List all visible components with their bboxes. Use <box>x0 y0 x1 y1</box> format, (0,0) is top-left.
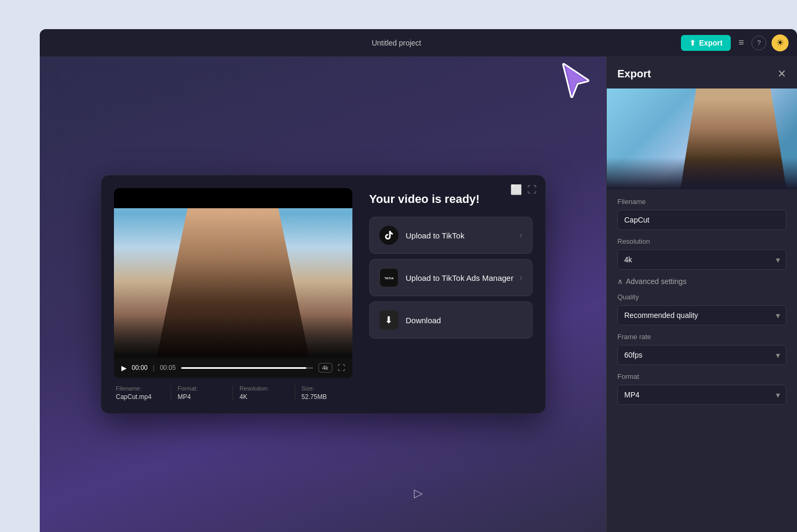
fullscreen-icon-button[interactable]: ⛶ <box>527 184 537 196</box>
upload-tiktok-ads-button[interactable]: TikTok Upload to TikTok Ads Manager › <box>369 259 533 296</box>
resolution-meta-label: Resolution: <box>240 385 288 392</box>
menu-icon-button[interactable]: ≡ <box>736 35 746 50</box>
video-gradient-bottom <box>114 315 352 358</box>
top-bar-actions: ⬆ Export ≡ ? ☀ <box>681 34 789 51</box>
avatar-button[interactable]: ☀ <box>772 34 789 51</box>
app-window: Untitled project ⬆ Export ≡ ? ☀ Export <box>40 29 797 532</box>
size-meta-value: 52.75MB <box>302 393 350 401</box>
panel-body: Filename Resolution 1080p 2k 4k ▾ ∧ Adva… <box>607 189 797 413</box>
advanced-settings-toggle[interactable]: ∧ Advanced settings <box>617 277 686 286</box>
filename-meta-value: CapCut.mp4 <box>116 393 165 401</box>
preview-image <box>607 88 797 189</box>
play-button[interactable]: ▶ <box>121 364 127 372</box>
meta-resolution: Resolution: 4K <box>240 385 295 401</box>
quality-select[interactable]: Recommended quality High quality Medium … <box>617 305 786 325</box>
content-area: Export ✕ Filename Resolution 1080p 2k <box>40 57 797 532</box>
cursor-arrow <box>559 62 596 101</box>
project-title: Untitled project <box>371 39 421 47</box>
help-icon: ? <box>757 39 760 47</box>
video-black-bar-top <box>114 188 352 208</box>
progress-bar[interactable] <box>181 367 313 369</box>
modal-right-actions: Your video is ready! Upload to <box>369 188 533 339</box>
meta-filename: Filename: CapCut.mp4 <box>116 385 172 401</box>
svg-text:TikTok: TikTok <box>384 277 394 280</box>
meta-size: Size: 52.75MB <box>302 385 350 401</box>
frame-rate-label: Frame rate <box>617 333 786 341</box>
resolution-select[interactable]: 1080p 2k 4k <box>617 250 786 270</box>
filename-input[interactable] <box>617 210 786 230</box>
modal-overlay: ⬜ ⛶ <box>40 57 606 532</box>
tiktok-button-left: Upload to TikTok <box>379 226 465 245</box>
format-meta-label: Format: <box>178 385 226 392</box>
total-time: 00:05 <box>160 364 176 371</box>
meta-format: Format: MP4 <box>178 385 233 401</box>
download-button-left: ⬇ Download <box>379 311 441 330</box>
current-time: 00:00 <box>132 364 148 371</box>
tiktok-icon <box>379 226 398 245</box>
bottom-play-area: ▷ <box>414 486 423 500</box>
bottom-play-button[interactable]: ▷ <box>414 486 423 500</box>
download-button[interactable]: ⬇ Download <box>369 302 533 339</box>
fullscreen-button[interactable]: ⛶ <box>338 363 345 372</box>
quality-select-wrapper: Recommended quality High quality Medium … <box>617 305 786 325</box>
download-icon: ⬇ <box>385 314 393 326</box>
export-button[interactable]: ⬆ Export <box>681 35 731 51</box>
expand-icon: ⛶ <box>527 184 537 195</box>
filename-meta-label: Filename: <box>116 385 165 392</box>
top-bar: Untitled project ⬆ Export ≡ ? ☀ <box>40 29 797 57</box>
tiktok-ads-icon: TikTok <box>379 268 398 287</box>
format-label: Format <box>617 373 786 380</box>
panel-header: Export ✕ <box>607 57 797 88</box>
resolution-label: Resolution <box>617 237 786 245</box>
video-controls-bar: ▶ 00:00 | 00:05 4k ⛶ <box>114 358 352 378</box>
time-separator: | <box>153 364 155 371</box>
tiktok-chevron-right-icon: › <box>519 230 522 240</box>
format-select[interactable]: MP4 MOV AVI <box>617 385 786 405</box>
close-icon: ✕ <box>777 68 786 79</box>
help-icon-button[interactable]: ? <box>751 36 766 50</box>
upload-icon: ⬆ <box>689 39 696 47</box>
video-meta: Filename: CapCut.mp4 Format: MP4 Resolut… <box>114 385 352 401</box>
comment-icon-button[interactable]: ⬜ <box>510 184 522 196</box>
download-label: Download <box>406 316 441 325</box>
upload-tiktok-button[interactable]: Upload to TikTok › <box>369 217 533 254</box>
modal-content: ▶ 00:00 | 00:05 4k ⛶ <box>114 188 533 401</box>
comment-icon: ⬜ <box>510 184 522 195</box>
frame-rate-select-wrapper: 24fps 30fps 60fps ▾ <box>617 345 786 365</box>
preview-shoulder <box>607 157 797 189</box>
menu-icon: ≡ <box>738 37 744 48</box>
video-preview <box>114 188 352 358</box>
resolution-select-wrapper: 1080p 2k 4k ▾ <box>617 250 786 270</box>
resolution-meta-value: 4K <box>240 393 288 401</box>
avatar-icon: ☀ <box>776 38 784 48</box>
tiktok-ads-chevron-right-icon: › <box>519 273 522 282</box>
right-export-panel: Export ✕ Filename Resolution 1080p 2k <box>606 57 797 532</box>
frame-rate-select[interactable]: 24fps 30fps 60fps <box>617 345 786 365</box>
chevron-up-icon: ∧ <box>617 277 623 286</box>
format-meta-value: MP4 <box>178 393 226 401</box>
progress-fill <box>181 367 307 369</box>
close-panel-button[interactable]: ✕ <box>777 67 786 80</box>
size-meta-label: Size: <box>302 385 350 392</box>
video-player: ▶ 00:00 | 00:05 4k ⛶ <box>114 188 352 401</box>
tiktok-ads-button-left: TikTok Upload to TikTok Ads Manager <box>379 268 513 287</box>
quality-badge: 4k <box>318 363 332 373</box>
upload-tiktok-ads-label: Upload to TikTok Ads Manager <box>406 273 513 282</box>
download-icon-wrapper: ⬇ <box>379 311 398 330</box>
panel-title: Export <box>617 68 651 80</box>
quality-label: Quality <box>617 293 786 301</box>
format-select-wrapper: MP4 MOV AVI ▾ <box>617 385 786 405</box>
filename-label: Filename <box>617 198 786 206</box>
video-ready-modal: ⬜ ⛶ <box>101 175 546 414</box>
upload-tiktok-label: Upload to TikTok <box>406 231 465 240</box>
video-ready-title: Your video is ready! <box>369 192 533 206</box>
modal-top-actions: ⬜ ⛶ <box>510 184 537 196</box>
